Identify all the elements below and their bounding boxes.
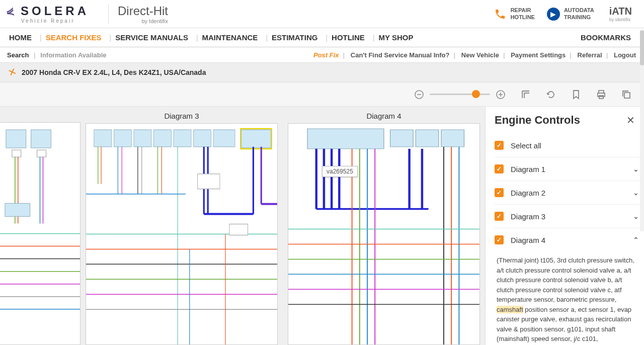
sidebar-item-diagram-2[interactable]: ✓ Diagram 2 ⌄ [495, 181, 641, 205]
svg-rect-61 [390, 130, 414, 147]
product-brand[interactable]: Direct-Hit by Identifix [118, 4, 168, 24]
subnav-info[interactable]: Information Available [40, 51, 106, 59]
sidebar-item-label: Diagram 1 [511, 165, 633, 174]
zoom-slider[interactable] [430, 94, 490, 95]
subnav-referral[interactable]: Referral [578, 51, 602, 59]
zoom-in-icon[interactable] [495, 89, 506, 100]
sidebar-item-label: Diagram 2 [511, 189, 633, 197]
svg-rect-29 [174, 130, 191, 147]
svg-rect-33 [242, 130, 271, 148]
checkbox-icon[interactable]: ✓ [495, 188, 504, 197]
play-icon: ▶ [547, 8, 560, 21]
product-subtitle: by Identifix [118, 18, 168, 24]
sidebar-item-diagram-4[interactable]: ✓ Diagram 4 ⌃ [495, 228, 641, 251]
diagram-toolbar [0, 82, 644, 107]
select-all-row[interactable]: ✓ Select all [495, 134, 641, 157]
iatn-link[interactable]: iATN by identifix [609, 6, 632, 22]
chevron-down-icon[interactable]: ⌄ [633, 189, 639, 197]
content-area: Diagram 3 [0, 107, 644, 345]
nav-hotline[interactable]: HOTLINE [330, 33, 367, 42]
diagram-4-column: Diagram 4 [283, 112, 485, 345]
solera-logo-icon: ⋞ [5, 4, 19, 18]
reset-icon[interactable] [545, 89, 556, 100]
svg-rect-58 [198, 174, 220, 189]
svg-rect-12 [37, 150, 46, 157]
copy-icon[interactable] [621, 89, 632, 100]
checkbox-icon[interactable]: ✓ [495, 141, 504, 150]
sidebar-item-label: Diagram 3 [511, 212, 633, 221]
solera-brand[interactable]: ⋞SOLERA Vehicle Repair [6, 4, 89, 24]
checkbox-icon[interactable]: ✓ [495, 212, 504, 221]
zoom-thumb[interactable] [472, 90, 480, 98]
sidebar-item-diagram-3[interactable]: ✓ Diagram 3 ⌄ [495, 205, 641, 228]
vehicle-icon: ✕ [6, 65, 18, 79]
nav-bookmarks[interactable]: BOOKMARKS [579, 33, 633, 42]
diagram-4-canvas[interactable] [288, 123, 480, 345]
svg-rect-10 [31, 130, 51, 148]
repair-l1: REPAIR [511, 7, 535, 14]
checkbox-icon[interactable]: ✓ [495, 164, 504, 174]
nav-service-manuals[interactable]: SERVICE MANUALS [113, 33, 190, 42]
nav-search-fixes[interactable]: SEARCH FIXES [44, 33, 104, 42]
svg-rect-27 [134, 130, 151, 147]
svg-rect-59 [229, 224, 248, 235]
chevron-down-icon[interactable]: ⌄ [633, 165, 639, 173]
svg-rect-9 [6, 130, 26, 148]
svg-rect-6 [598, 93, 605, 97]
subnav-new-vehicle[interactable]: New Vehicle [461, 51, 499, 59]
app-header: ⋞SOLERA Vehicle Repair Direct-Hit by Ide… [0, 0, 644, 28]
subnav-cant-find[interactable]: Can't Find Service Manual Info? [351, 51, 450, 59]
nav-my-shop[interactable]: MY SHOP [377, 33, 416, 42]
autodata-training-link[interactable]: ▶ AUTODATATRAINING [547, 7, 594, 20]
solera-subtitle: Vehicle Repair [21, 18, 74, 24]
diagram-3-column: Diagram 3 [80, 112, 283, 345]
diagram-2-partial [0, 112, 80, 345]
training-l1: AUTODATA [564, 7, 594, 14]
checkbox-icon[interactable]: ✓ [495, 235, 504, 244]
subnav-logout[interactable]: Logout [614, 51, 636, 59]
vehicle-text: 2007 Honda CR-V EX 2.4L, L4, Des K24Z1, … [22, 68, 206, 76]
sidebar-title: Engine Controls [495, 114, 580, 127]
layout-icon[interactable] [520, 89, 531, 100]
subnav-search[interactable]: Search [7, 51, 29, 59]
sidebar-scrollbar[interactable] [640, 30, 644, 231]
diagram-viewport[interactable]: Diagram 3 [0, 107, 485, 345]
zoom-control [414, 89, 506, 100]
diagram-3-canvas[interactable] [86, 123, 278, 345]
nav-estimating[interactable]: ESTIMATING [270, 33, 319, 42]
bookmark-icon[interactable] [571, 89, 582, 100]
training-l2: TRAINING [564, 14, 594, 21]
diagram-partial-canvas[interactable] [0, 122, 80, 345]
solera-name: SOLERA [21, 4, 89, 18]
print-icon[interactable] [596, 89, 607, 100]
select-all-label: Select all [511, 141, 639, 150]
product-name: Direct-Hit [118, 4, 168, 18]
svg-rect-28 [154, 130, 172, 147]
diagram-4-title: Diagram 4 [366, 112, 401, 120]
svg-rect-31 [213, 130, 235, 147]
svg-rect-26 [114, 130, 131, 147]
nav-home[interactable]: HOME [7, 33, 34, 42]
diagram-tooltip: va269525 [322, 166, 358, 177]
svg-rect-25 [94, 130, 112, 147]
diagram-3-title: Diagram 3 [164, 112, 199, 120]
subnav-payment[interactable]: Payment Settings [511, 51, 566, 59]
chevron-up-icon[interactable]: ⌃ [633, 236, 639, 244]
iatn-name: iATN [609, 6, 632, 17]
zoom-out-icon[interactable] [414, 89, 425, 100]
close-icon[interactable]: ✕ [626, 114, 635, 126]
diagram-4-description: (Thermal joint) t105, 3rd clutch pressur… [495, 251, 641, 345]
svg-rect-60 [307, 129, 384, 149]
desc-pre: (Thermal joint) t105, 3rd clutch pressur… [497, 256, 634, 303]
sidebar-item-diagram-1[interactable]: ✓ Diagram 1 ⌄ [495, 157, 641, 181]
svg-rect-11 [12, 150, 21, 157]
vehicle-bar: ✕ 2007 Honda CR-V EX 2.4L, L4, Des K24Z1… [0, 62, 644, 82]
chevron-down-icon[interactable]: ⌄ [633, 212, 639, 220]
repair-hotline-link[interactable]: REPAIRHOTLINE [494, 7, 535, 20]
sub-nav: Search | Information Available Post Fix|… [0, 47, 644, 62]
nav-maintenance[interactable]: MAINTENANCE [200, 33, 260, 42]
divider [108, 4, 109, 24]
subnav-post-fix[interactable]: Post Fix [313, 51, 339, 59]
desc-highlight: camshaft [497, 306, 523, 313]
sidebar-body[interactable]: ✓ Select all ✓ Diagram 1 ⌄ ✓ Diagram 2 ⌄… [486, 134, 644, 345]
